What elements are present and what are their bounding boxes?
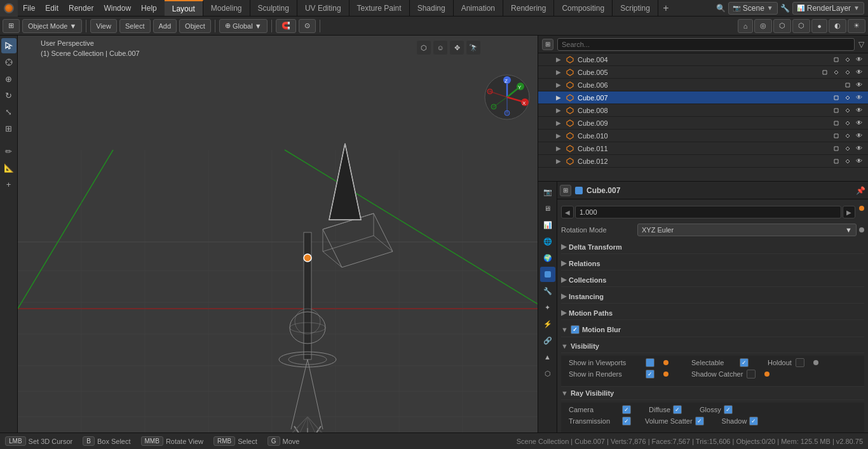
props-icon-constraints[interactable]: 🔗 — [540, 333, 555, 348]
item-visibility-icon[interactable]: 👁 — [854, 118, 864, 128]
outliner-item-cube006[interactable]: ▶ Cube.006 👁 — [538, 79, 868, 91]
shading-solid[interactable]: ● — [811, 19, 827, 33]
selectable-checkbox[interactable]: ✓ — [740, 358, 749, 367]
workspace-modeling[interactable]: Modeling — [203, 0, 250, 16]
z-up-btn[interactable]: ▶ — [843, 206, 855, 218]
props-icon-physics[interactable]: ⚡ — [540, 316, 555, 332]
holdout-checkbox[interactable] — [796, 358, 804, 367]
workspace-compositing[interactable]: Compositing — [554, 0, 613, 16]
viewport-gizmos[interactable]: ⌂ — [738, 19, 754, 33]
add-cube-tool[interactable]: + — [1, 177, 17, 192]
shading-material[interactable]: ◐ — [829, 19, 846, 33]
volume-scatter-checkbox[interactable]: ✓ — [695, 417, 704, 426]
workspace-sculpting[interactable]: Sculpting — [250, 0, 297, 16]
renderlayer-selector[interactable]: 📊 RenderLayer ▼ — [792, 2, 864, 15]
transform-orientation[interactable]: ⊕ Global ▼ — [219, 19, 268, 33]
view-menu[interactable]: View — [90, 19, 117, 33]
cursor-tool[interactable] — [1, 55, 17, 70]
scene-selector[interactable]: 📷 Scene ▼ — [728, 2, 778, 15]
props-icon-modifiers[interactable]: 🔧 — [540, 283, 555, 298]
add-menu[interactable]: Add — [153, 19, 177, 33]
props-icon-view-layer[interactable]: 📊 — [540, 217, 555, 232]
outliner-item-cube005[interactable]: ▶ Cube.005 — [538, 66, 868, 79]
scale-tool[interactable]: ⤡ — [1, 104, 17, 119]
outliner-item-cube007[interactable]: ▶ Cube.007 👁 — [538, 91, 868, 104]
props-icon-scene[interactable]: 🌐 — [540, 234, 555, 249]
workspace-animation[interactable]: Animation — [454, 0, 503, 16]
show-renders-checkbox[interactable]: ✓ — [646, 370, 654, 379]
scene-manage-button[interactable]: 🔧 — [780, 4, 790, 13]
outliner-type-btn[interactable]: ⊞ — [542, 39, 553, 50]
workspace-uv-editing[interactable]: UV Editing — [297, 0, 349, 16]
select-menu[interactable]: Select — [119, 19, 151, 33]
overlay-btn[interactable]: ◎ — [754, 19, 772, 33]
outliner-item-cube008[interactable]: ▶ Cube.008 👁 — [538, 104, 868, 117]
item-visibility-icon[interactable]: 👁 — [854, 93, 864, 103]
item-visibility-icon[interactable]: 👁 — [854, 144, 864, 154]
z-value-input[interactable]: 1.000 — [575, 206, 841, 218]
mode-selector[interactable]: Object Mode ▼ — [22, 19, 82, 33]
glossy-checkbox[interactable]: ✓ — [724, 405, 733, 414]
add-workspace-button[interactable]: + — [658, 0, 674, 17]
item-visibility-icon[interactable]: 👁 — [854, 55, 864, 65]
snap-toggle[interactable]: 🧲 — [276, 19, 296, 33]
props-type-btn[interactable]: ⊞ — [560, 185, 571, 196]
section-delta-transform[interactable]: ▶ Delta Transform — [561, 240, 864, 254]
rotate-tool[interactable]: ↻ — [1, 88, 17, 103]
menu-edit[interactable]: Edit — [40, 0, 64, 16]
annotate-tool[interactable]: ✏ — [1, 144, 17, 159]
shadow-checkbox[interactable]: ✓ — [749, 417, 758, 426]
workspace-shading[interactable]: Shading — [410, 0, 454, 16]
object-menu[interactable]: Object — [179, 19, 211, 33]
menu-window[interactable]: Window — [98, 0, 136, 16]
props-pin-icon[interactable]: 📌 — [856, 186, 865, 195]
item-visibility-icon[interactable]: 👁 — [854, 131, 864, 141]
z-down-btn[interactable]: ◀ — [561, 206, 574, 218]
shading-rendered[interactable]: ☀ — [848, 19, 865, 33]
workspace-layout[interactable]: Layout — [165, 0, 203, 16]
props-icon-material[interactable]: ⬡ — [540, 366, 555, 381]
outliner-filter-btn[interactable]: ▽ — [858, 40, 864, 49]
section-collections[interactable]: ▶ Collections — [561, 273, 864, 287]
props-icon-render[interactable]: 📷 — [540, 184, 555, 199]
show-viewports-checkbox[interactable] — [646, 358, 654, 367]
outliner-item-cube011[interactable]: ▶ Cube.011 👁 — [538, 142, 868, 155]
section-ray-visibility[interactable]: ▼ Ray Visibility — [561, 387, 864, 400]
viewport-pan-btn[interactable]: ✥ — [450, 41, 464, 55]
item-visibility-icon[interactable]: 👁 — [854, 105, 864, 116]
section-motion-paths[interactable]: ▶ Motion Paths — [561, 306, 864, 320]
search-button[interactable]: 🔍 — [716, 4, 726, 13]
item-visibility-icon[interactable]: 👁 — [854, 80, 864, 90]
viewport-zoom-btn[interactable]: 🔭 — [466, 41, 480, 55]
shadow-catcher-checkbox[interactable] — [747, 370, 756, 379]
move-tool[interactable]: ⊕ — [1, 71, 17, 86]
viewport[interactable]: User Perspective (1) Scene Collection | … — [18, 36, 538, 432]
transform-tool[interactable]: ⊞ — [1, 121, 17, 136]
props-icon-particles[interactable]: ✦ — [540, 300, 555, 315]
transmission-checkbox[interactable]: ✓ — [622, 417, 631, 426]
props-icon-object[interactable] — [540, 267, 555, 282]
camera-ray-checkbox[interactable]: ✓ — [622, 405, 631, 414]
section-instancing[interactable]: ▶ Instancing — [561, 290, 864, 304]
outliner-search[interactable] — [557, 38, 855, 51]
menu-file[interactable]: File — [18, 0, 40, 16]
xray-btn[interactable]: ⬡ — [773, 19, 791, 33]
workspace-texture-paint[interactable]: Texture Paint — [349, 0, 410, 16]
outliner-item-cube012[interactable]: ▶ Cube.012 👁 — [538, 155, 868, 168]
workspace-scripting[interactable]: Scripting — [613, 0, 658, 16]
motion-blur-enable-checkbox[interactable]: ✓ — [571, 325, 580, 334]
editor-type-button[interactable]: ⊞ — [3, 19, 20, 33]
outliner-item-cube009[interactable]: ▶ Cube.009 👁 — [538, 117, 868, 130]
section-motion-blur[interactable]: ▼ ✓ Motion Blur — [561, 323, 864, 337]
viewport-camera-btn[interactable]: ⬡ — [417, 41, 431, 55]
menu-help[interactable]: Help — [136, 0, 162, 16]
viewport-face-btn[interactable]: ☺ — [433, 41, 447, 55]
section-visibility[interactable]: ▼ Visibility — [561, 340, 864, 353]
workspace-rendering[interactable]: Rendering — [503, 0, 554, 16]
item-visibility-icon[interactable]: 👁 — [854, 67, 864, 77]
menu-render[interactable]: Render — [64, 0, 98, 16]
outliner-item-cube010[interactable]: ▶ Cube.010 👁 — [538, 130, 868, 142]
section-relations[interactable]: ▶ Relations — [561, 257, 864, 271]
measure-tool[interactable]: 📐 — [1, 160, 17, 175]
props-icon-world[interactable]: 🌍 — [540, 250, 555, 265]
